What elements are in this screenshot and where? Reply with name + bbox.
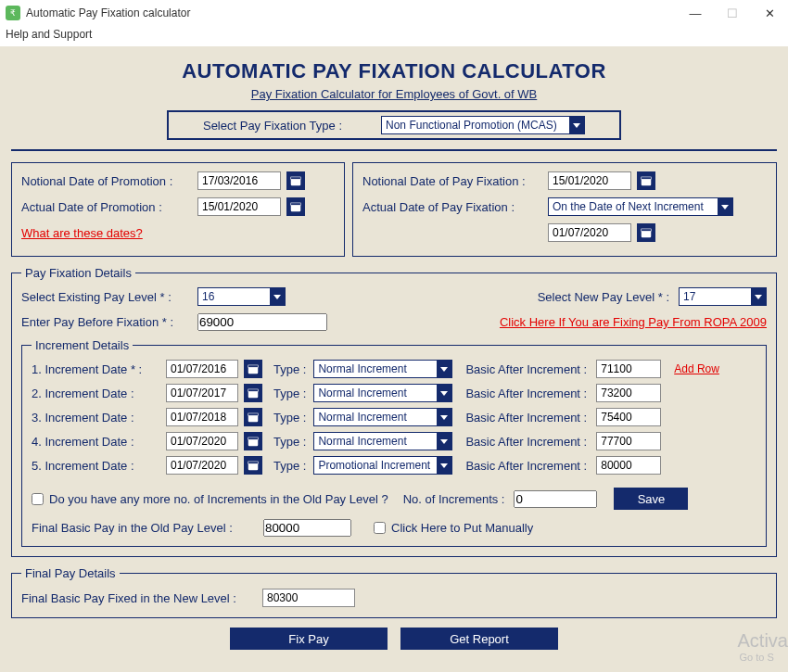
notional-date-input[interactable] bbox=[197, 171, 281, 190]
chevron-down-icon bbox=[569, 117, 584, 133]
promotion-dates-panel: Notional Date of Promotion : Actual Date… bbox=[11, 162, 345, 257]
fix-pay-button[interactable]: Fix Pay bbox=[230, 628, 388, 650]
increment-date-input[interactable] bbox=[166, 432, 238, 450]
titlebar: ₹ Automatic Pay Fixation calculator — ☐ … bbox=[0, 0, 788, 26]
chevron-down-icon bbox=[437, 361, 451, 377]
type-label: Type : bbox=[273, 435, 306, 449]
svg-rect-17 bbox=[248, 462, 259, 463]
notional-fixation-label: Notional Date of Pay Fixation : bbox=[362, 174, 548, 188]
increment-legend: Increment Details bbox=[32, 338, 133, 352]
actual-fixation-value: On the Date of Next Increment bbox=[553, 200, 704, 213]
actual-fixation-select[interactable]: On the Date of Next Increment bbox=[548, 197, 733, 216]
pay-before-label: Enter Pay Before Fixation * : bbox=[21, 315, 197, 329]
increment-type-value: Promotional Increment bbox=[318, 459, 430, 472]
calendar-icon[interactable] bbox=[244, 432, 262, 450]
type-label: Type : bbox=[273, 411, 306, 425]
svg-rect-7 bbox=[642, 229, 652, 231]
basic-after-increment-label: Basic After Increment : bbox=[465, 459, 587, 473]
manual-checkbox[interactable] bbox=[374, 522, 386, 534]
basic-after-increment-label: Basic After Increment : bbox=[465, 411, 587, 425]
svg-rect-15 bbox=[248, 437, 259, 439]
minimize-button[interactable]: — bbox=[677, 0, 714, 26]
maximize-button[interactable]: ☐ bbox=[714, 0, 751, 26]
calendar-icon[interactable] bbox=[244, 456, 262, 475]
chevron-down-icon bbox=[437, 457, 451, 474]
more-increments-label: Do you have any more no. of Increments i… bbox=[49, 492, 388, 506]
increment-type-select[interactable]: Promotional Increment bbox=[313, 456, 452, 475]
calendar-icon[interactable] bbox=[244, 384, 262, 402]
increment-type-value: Normal Increment bbox=[318, 411, 406, 424]
svg-rect-11 bbox=[248, 389, 259, 391]
increment-type-value: Normal Increment bbox=[318, 362, 406, 375]
menu-help[interactable]: Help and Support bbox=[6, 28, 92, 41]
save-button[interactable]: Save bbox=[614, 488, 688, 510]
increment-date-input[interactable] bbox=[166, 408, 238, 426]
basic-after-increment-input[interactable] bbox=[596, 432, 661, 450]
existing-level-label: Select Existing Pay Level * : bbox=[21, 290, 197, 304]
next-increment-date-input[interactable] bbox=[548, 223, 631, 242]
final-pay-details: Final Pay Details Final Basic Pay Fixed … bbox=[11, 566, 777, 618]
increment-date-input[interactable] bbox=[166, 456, 238, 475]
type-label: Type : bbox=[273, 387, 306, 400]
increment-date-input[interactable] bbox=[166, 384, 238, 402]
notional-fixation-input[interactable] bbox=[548, 171, 631, 190]
calendar-icon[interactable] bbox=[244, 360, 262, 378]
calendar-icon[interactable] bbox=[286, 197, 305, 216]
what-are-dates-link[interactable]: What are these dates? bbox=[21, 226, 143, 240]
menubar: Help and Support bbox=[0, 26, 788, 46]
chevron-down-icon bbox=[437, 433, 451, 450]
svg-rect-1 bbox=[291, 177, 301, 179]
type-label: Type : bbox=[273, 362, 306, 376]
calendar-icon[interactable] bbox=[637, 171, 655, 190]
final-old-pay-label: Final Basic Pay in the Old Pay Level : bbox=[32, 521, 263, 535]
calendar-icon[interactable] bbox=[637, 223, 655, 242]
basic-after-increment-label: Basic After Increment : bbox=[465, 387, 587, 400]
basic-after-increment-input[interactable] bbox=[596, 384, 661, 402]
page-subtitle: Pay Fixation Calculator for Employees of… bbox=[11, 87, 777, 101]
increment-row: 1. Increment Date * :Type :Normal Increm… bbox=[32, 360, 756, 378]
type-label: Type : bbox=[273, 459, 306, 473]
num-increments-label: No. of Increments : bbox=[403, 492, 505, 506]
basic-after-increment-input[interactable] bbox=[596, 360, 661, 378]
calendar-icon[interactable] bbox=[286, 171, 305, 190]
increment-date-input[interactable] bbox=[166, 360, 238, 378]
calendar-icon[interactable] bbox=[244, 408, 262, 426]
more-increments-checkbox[interactable] bbox=[32, 493, 44, 505]
final-old-pay-input[interactable] bbox=[263, 519, 351, 537]
increment-index-label: 5. Increment Date : bbox=[32, 459, 166, 473]
app-icon: ₹ bbox=[6, 6, 20, 20]
increment-type-select[interactable]: Normal Increment bbox=[313, 384, 452, 402]
increment-type-select[interactable]: Normal Increment bbox=[313, 360, 452, 378]
final-pay-label: Final Basic Pay Fixed in the New Level : bbox=[21, 591, 262, 605]
svg-rect-13 bbox=[248, 413, 259, 415]
new-level-value: 17 bbox=[683, 290, 695, 303]
increment-row: 4. Increment Date :Type :Normal Incremen… bbox=[32, 432, 756, 450]
increment-row: 2. Increment Date :Type :Normal Incremen… bbox=[32, 384, 756, 402]
ropa-link[interactable]: Click Here If You are Fixing Pay From RO… bbox=[500, 315, 767, 329]
chevron-down-icon bbox=[718, 198, 732, 215]
chevron-down-icon bbox=[270, 288, 285, 305]
increment-type-select[interactable]: Normal Increment bbox=[313, 432, 452, 450]
chevron-down-icon bbox=[437, 409, 451, 425]
add-row-link[interactable]: Add Row bbox=[674, 362, 719, 375]
fixation-dates-panel: Notional Date of Pay Fixation : Actual D… bbox=[352, 162, 777, 257]
actual-date-label: Actual Date of Promotion : bbox=[21, 200, 197, 214]
increment-type-select[interactable]: Normal Increment bbox=[313, 408, 452, 426]
actual-date-input[interactable] bbox=[197, 197, 281, 216]
basic-after-increment-input[interactable] bbox=[596, 456, 661, 475]
pay-before-input[interactable] bbox=[197, 313, 327, 331]
increment-index-label: 3. Increment Date : bbox=[32, 411, 166, 425]
get-report-button[interactable]: Get Report bbox=[400, 628, 558, 650]
svg-rect-5 bbox=[642, 177, 652, 179]
final-pay-legend: Final Pay Details bbox=[21, 566, 120, 580]
num-increments-input[interactable] bbox=[514, 490, 597, 508]
close-button[interactable]: ✕ bbox=[751, 0, 788, 26]
new-level-label: Select New Pay Level * : bbox=[538, 290, 669, 304]
manual-label: Click Here to Put Manually bbox=[391, 521, 533, 535]
existing-level-select[interactable]: 16 bbox=[197, 287, 286, 306]
basic-after-increment-input[interactable] bbox=[596, 408, 661, 426]
increment-type-value: Normal Increment bbox=[318, 435, 406, 448]
new-level-select[interactable]: 17 bbox=[679, 287, 767, 306]
fixation-type-select[interactable]: Non Functional Promotion (MCAS) bbox=[381, 116, 585, 134]
final-pay-input[interactable] bbox=[262, 589, 355, 607]
